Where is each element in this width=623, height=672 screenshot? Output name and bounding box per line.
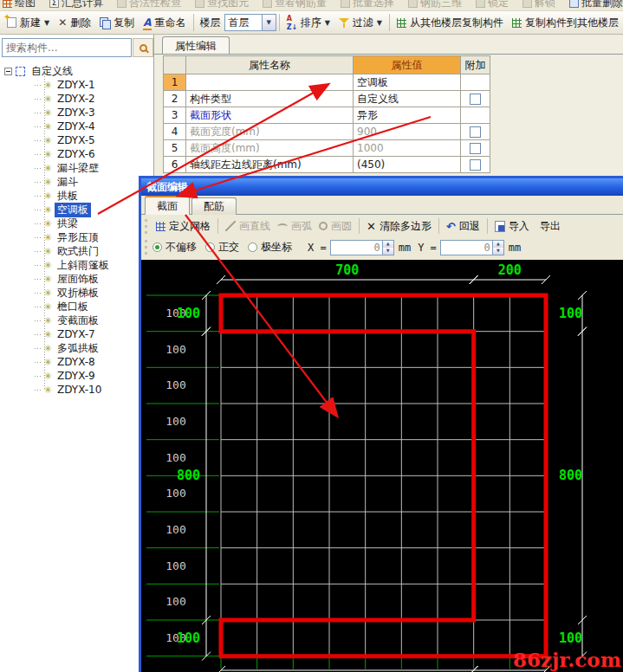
dialog-titlebar[interactable]: 截面编辑 — [141, 178, 623, 196]
tree-item-label: ZDYX-4 — [55, 120, 98, 132]
rename-button[interactable]: 重命名 — [139, 13, 190, 32]
properties-table: 属性名称属性值附加 1名称空调板2构件类型自定义线3截面形状异形4截面宽度(mm… — [163, 55, 490, 173]
checkbox[interactable] — [470, 143, 481, 154]
property-value[interactable]: 900 — [354, 124, 461, 140]
sort-button[interactable]: 排序▼ — [282, 13, 334, 32]
table-row[interactable]: 1名称空调板 — [164, 74, 490, 91]
tree-item[interactable]: ✳屋面饰板 — [0, 272, 153, 286]
checkbox[interactable] — [470, 94, 481, 105]
menu-item[interactable]: 钢筋三维 — [408, 0, 462, 10]
property-value[interactable]: 1000 — [354, 140, 461, 157]
tree-item[interactable]: ✳欧式拱门 — [0, 244, 153, 258]
tree-item[interactable]: ✳ZDYX-5 — [0, 133, 153, 147]
delete-button[interactable]: 删除 — [54, 13, 95, 32]
clear-polygon-button[interactable]: 清除多边形 — [363, 218, 435, 235]
tree-item[interactable]: ✳上斜雨篷板 — [0, 258, 153, 272]
tree-item[interactable]: ✳漏斗梁壁 — [0, 161, 153, 175]
tab-section[interactable]: 截面 — [145, 196, 190, 215]
menu-item[interactable]: 解锁 — [522, 0, 555, 10]
tree-item-label: 多弧拱板 — [55, 341, 101, 356]
menu-item[interactable]: 批量选择 — [341, 0, 394, 10]
tree-item[interactable]: ✳变截面板 — [0, 313, 153, 327]
coord-spinbox[interactable]: 0▲▼ — [330, 240, 394, 255]
import-button[interactable]: 导入 — [491, 218, 533, 235]
collapse-icon[interactable] — [4, 68, 12, 75]
tree-item[interactable]: ✳ZDYX-4 — [0, 120, 153, 133]
tree-root-item[interactable]: 自定义线 — [0, 64, 153, 78]
tree-item[interactable]: ✳ZDYX-8 — [0, 355, 153, 369]
section-canvas[interactable]: 7002001001001001001001001001001001001008… — [141, 260, 623, 672]
spin-down-icon[interactable]: ▼ — [493, 248, 503, 255]
spinbox-arrows[interactable]: ▲▼ — [382, 241, 393, 255]
table-row[interactable]: 5截面高度(mm)1000 — [164, 140, 490, 157]
search-button[interactable] — [133, 38, 153, 57]
copy-to-floor-button[interactable]: 复制构件到其他楼层 — [508, 13, 623, 32]
tree-item-label: 双折梯板 — [55, 286, 101, 300]
tree-item[interactable]: ✳ZDYX-6 — [0, 147, 153, 161]
filter-button[interactable]: 过滤▼ — [334, 13, 386, 32]
radio-正交[interactable] — [205, 242, 215, 252]
menu-item[interactable]: 批量删除未使用构件 — [569, 0, 623, 10]
property-value[interactable]: 异形 — [354, 107, 461, 124]
tree-item[interactable]: ✳空调板 — [0, 203, 153, 216]
toolbar-separator — [487, 218, 488, 234]
tree-item[interactable]: ✳双折梯板 — [0, 286, 153, 300]
tree-item[interactable]: ✳异形压顶 — [0, 230, 153, 244]
radio-极坐标[interactable] — [248, 242, 257, 252]
tree-item[interactable]: ✳漏斗 — [0, 175, 153, 189]
menu-item[interactable]: 锁定 — [476, 0, 509, 10]
tab-rebar[interactable]: 配筋 — [191, 197, 237, 215]
menu-item[interactable]: 合法性检查 — [117, 0, 181, 10]
table-row[interactable]: 2构件类型自定义线 — [164, 91, 490, 107]
spinbox-arrows[interactable]: ▲▼ — [492, 241, 503, 255]
property-value[interactable]: 自定义线 — [354, 91, 461, 107]
radio-不偏移[interactable] — [153, 242, 162, 252]
tree-item[interactable]: ✳ZDYX-3 — [0, 106, 153, 120]
tree-connector-dots — [35, 251, 41, 252]
menu-item[interactable]: 查看钢筋量 — [263, 0, 327, 10]
tree-item[interactable]: ✳ZDYX-7 — [0, 327, 153, 341]
tree-item[interactable]: ✳ZDYX-1 — [0, 78, 153, 92]
menu-item[interactable]: 汇总计算 — [49, 0, 103, 10]
tree-connector-dots — [35, 182, 41, 183]
dialog-coord-toolbar: 不偏移正交极坐标X =0▲▼mmY =0▲▼mm — [141, 237, 623, 257]
spin-down-icon[interactable]: ▼ — [383, 248, 393, 255]
property-value[interactable]: 空调板 — [354, 74, 461, 91]
tab-properties-edit[interactable]: 属性编辑 — [162, 36, 230, 55]
chevron-down-icon: ▼ — [325, 19, 330, 27]
tree-item[interactable]: ✳檐口板 — [0, 300, 153, 313]
copy-button[interactable]: 复制 — [95, 13, 139, 32]
tree-item[interactable]: ✳ZDYX-10 — [0, 383, 153, 397]
svg-text:800: 800 — [177, 468, 200, 483]
tree-item[interactable]: ✳多弧拱板 — [0, 341, 153, 355]
tree-item[interactable]: ✳拱梁 — [0, 216, 153, 230]
coord-spinbox[interactable]: 0▲▼ — [440, 240, 504, 255]
tree-item[interactable]: ✳ZDYX-2 — [0, 92, 153, 106]
search-input[interactable] — [2, 38, 132, 57]
checkbox[interactable] — [470, 159, 481, 171]
table-row[interactable]: 3截面形状异形 — [164, 107, 490, 124]
menu-item[interactable]: 绘图 — [3, 0, 36, 10]
chevron-down-icon[interactable]: ▼ — [262, 15, 276, 30]
table-row[interactable]: 6轴线距左边线距离(mm)(450) — [164, 157, 490, 173]
define-grid-button[interactable]: 定义网格 — [153, 218, 214, 235]
property-value[interactable]: (450) — [354, 157, 461, 173]
tree-connector-dots — [35, 293, 41, 294]
button-label: 排序 — [301, 16, 321, 30]
copy-from-floor-button[interactable]: 从其他楼层复制构件 — [393, 13, 508, 32]
menu-item[interactable]: 查找图元 — [195, 0, 249, 10]
tree-item[interactable]: ✳拱板 — [0, 189, 153, 203]
spin-up-icon[interactable]: ▲ — [493, 241, 503, 248]
tree-connector-dots — [35, 390, 41, 391]
export-button[interactable]: 导出 — [533, 218, 564, 235]
tree-item[interactable]: ✳ZDYX-9 — [0, 369, 153, 383]
property-extra-cell — [461, 107, 490, 124]
floor-combobox[interactable]: 首层▼ — [224, 14, 276, 31]
table-row[interactable]: 4截面宽度(mm)900 — [164, 124, 490, 140]
checkbox[interactable] — [470, 126, 481, 138]
new-button[interactable]: 新建▼ — [3, 13, 54, 32]
clean-icon — [569, 0, 579, 8]
spin-up-icon[interactable]: ▲ — [383, 241, 393, 248]
draw-line-button: 画直线 — [222, 218, 274, 235]
undo-button[interactable]: 回退 — [443, 218, 483, 235]
